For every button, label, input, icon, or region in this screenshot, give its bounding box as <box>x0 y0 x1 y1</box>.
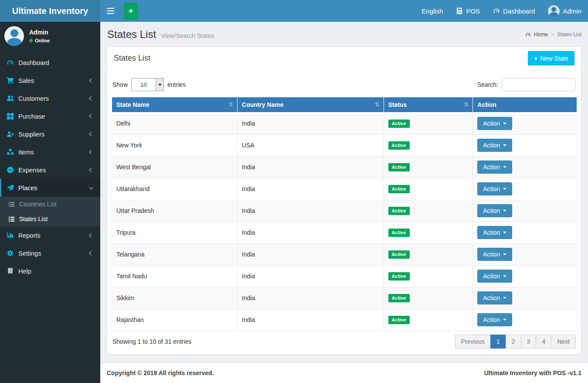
action-dropdown-button[interactable]: Action <box>477 313 512 326</box>
cell-country-name: India <box>237 222 384 243</box>
sidebar-item-purchase[interactable]: Purchase <box>0 107 100 125</box>
page-length-select[interactable]: 10 <box>131 78 164 91</box>
action-dropdown-button[interactable]: Action <box>477 248 512 261</box>
navbar-item-pos[interactable]: POS <box>449 0 486 22</box>
sidebar-section-help: Help <box>0 262 100 280</box>
tachometer-icon <box>493 7 500 14</box>
table-row: TelanganaIndiaActiveAction <box>112 243 577 265</box>
cell-state-name: Sikkim <box>112 287 238 309</box>
sidebar-item-places[interactable]: Places <box>0 179 100 197</box>
sidebar-item-label: Purchase <box>18 113 90 120</box>
sidebar-section-dashboard: Dashboard <box>0 54 100 72</box>
user-status: Online <box>29 38 50 43</box>
cell-country-name: India <box>237 113 384 134</box>
action-dropdown-button[interactable]: Action <box>477 182 512 195</box>
column-header-country-name[interactable]: Country Name⇅ <box>237 97 384 113</box>
status-badge: Active <box>388 120 410 128</box>
cell-country-name: USA <box>237 134 384 156</box>
caret-down-icon <box>503 144 506 146</box>
cell-action: Action <box>473 243 577 265</box>
sidebar-item-help[interactable]: Help <box>0 262 100 280</box>
status-badge: Active <box>388 250 410 259</box>
caret-down-icon <box>503 297 506 299</box>
action-dropdown-button[interactable]: Action <box>477 270 512 283</box>
caret-down-icon <box>503 319 506 321</box>
calculator-icon <box>456 7 463 14</box>
cell-action: Action <box>473 156 577 178</box>
pagination-next[interactable]: Next <box>551 335 576 349</box>
action-dropdown-button[interactable]: Action <box>477 204 512 217</box>
action-dropdown-button[interactable]: Action <box>477 291 512 304</box>
sidebar-item-expenses[interactable]: Expenses <box>0 161 100 179</box>
sidebar-item-suppliers[interactable]: Suppliers <box>0 125 100 143</box>
action-dropdown-button[interactable]: Action <box>477 226 512 239</box>
sidebar-item-settings[interactable]: Settings <box>0 244 100 262</box>
cell-status: Active <box>384 287 473 309</box>
sidebar-item-reports[interactable]: Reports <box>0 226 100 244</box>
sidebar-menu: DashboardSalesCustomersPurchaseSuppliers… <box>0 54 100 280</box>
action-dropdown-button[interactable]: Action <box>477 161 512 174</box>
column-header-state-name[interactable]: State Name⇅ <box>112 97 238 113</box>
action-dropdown-button[interactable]: Action <box>477 139 512 152</box>
sort-icon[interactable]: ⇅ <box>464 101 469 108</box>
cell-status: Active <box>384 200 473 222</box>
tachometer-icon <box>7 59 14 66</box>
sidebar-item-label: Sales <box>18 77 90 84</box>
sort-icon[interactable]: ⇅ <box>228 101 233 108</box>
sidebar-section-suppliers: Suppliers <box>0 125 100 143</box>
cell-action: Action <box>473 134 577 156</box>
sidebar-item-items[interactable]: Items <box>0 143 100 161</box>
cell-country-name: India <box>237 243 384 265</box>
brand-logo[interactable]: Ultimate Inventory <box>0 0 100 22</box>
page-subtitle: View/Search States <box>161 32 214 39</box>
breadcrumb-home[interactable]: Home <box>534 31 548 38</box>
sidebar-section-sales: Sales <box>0 72 100 89</box>
sidebar-item-label: Settings <box>18 250 90 257</box>
navbar-item-dashboard[interactable]: Dashboard <box>486 0 541 22</box>
book-icon <box>7 267 14 275</box>
sidebar-toggle-icon[interactable] <box>100 1 121 21</box>
sidebar-subitem-states-list[interactable]: States List <box>0 212 100 226</box>
pagination-3[interactable]: 3 <box>521 335 537 349</box>
navbar-item-admin[interactable]: Admin <box>541 0 588 22</box>
caret-down-icon <box>503 253 506 255</box>
sidebar-subitem-countries-list[interactable]: Countries List <box>0 197 100 212</box>
pagination-previous[interactable]: Previous <box>455 335 491 349</box>
cell-status: Active <box>384 178 473 200</box>
caret-down-icon <box>503 275 506 277</box>
cell-state-name: Rajasthan <box>112 309 238 331</box>
navbar-item-english[interactable]: English <box>415 0 449 22</box>
pagination-1[interactable]: 1 <box>490 335 506 349</box>
cell-state-name: Tripura <box>112 222 238 243</box>
column-header-status[interactable]: Status⇅ <box>384 97 473 113</box>
sidebar-item-label: Expenses <box>18 167 90 174</box>
search-input[interactable] <box>502 78 576 91</box>
action-button-label: Action <box>483 229 500 236</box>
status-badge: Active <box>388 185 410 193</box>
sidebar-item-sales[interactable]: Sales <box>0 72 100 89</box>
pagination-2[interactable]: 2 <box>506 335 521 349</box>
action-button-label: Action <box>483 164 500 171</box>
sidebar-item-label: Suppliers <box>18 131 90 138</box>
new-state-button[interactable]: + New State <box>528 51 574 65</box>
grid-icon <box>7 113 14 120</box>
quick-add-button[interactable]: + <box>124 3 137 19</box>
table-row: Uttar PradeshIndiaActiveAction <box>112 200 577 222</box>
cell-country-name: India <box>237 287 384 309</box>
top-navbar: Ultimate Inventory + EnglishPOSDashboard… <box>0 0 588 22</box>
sort-icon[interactable]: ⇅ <box>375 101 380 108</box>
pagination-4[interactable]: 4 <box>536 335 551 349</box>
action-dropdown-button[interactable]: Action <box>477 117 512 130</box>
navbar-item-label: Admin <box>563 7 581 15</box>
action-button-label: Action <box>483 120 500 127</box>
sidebar-item-customers[interactable]: Customers <box>0 89 100 107</box>
cell-state-name: Uttar Pradesh <box>112 200 238 222</box>
action-button-label: Action <box>483 273 500 280</box>
cell-status: Active <box>384 309 473 331</box>
cubes-icon <box>7 148 14 156</box>
paper-plane-icon <box>7 184 14 192</box>
user-plus-icon <box>7 130 14 138</box>
sidebar-item-dashboard[interactable]: Dashboard <box>0 54 100 72</box>
table-row: West BengalIndiaActiveAction <box>112 156 577 178</box>
cell-action: Action <box>473 309 577 331</box>
